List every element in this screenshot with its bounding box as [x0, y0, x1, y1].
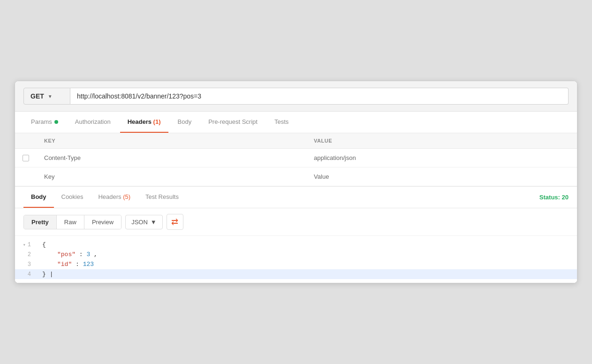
- tab-headers-label: Headers (1): [128, 118, 161, 125]
- tab-pre-request-script[interactable]: Pre-request Script: [201, 112, 265, 133]
- table-row: Content-Type application/json: [15, 149, 577, 167]
- pretty-button[interactable]: Pretty: [24, 215, 57, 229]
- headers-table-wrap: KEY VALUE Content-Type application/json: [15, 133, 577, 186]
- preview-button[interactable]: Preview: [84, 215, 121, 229]
- headers-count: (1): [153, 118, 161, 125]
- col-key-header: KEY: [37, 133, 306, 149]
- lang-selector[interactable]: JSON ▼: [125, 215, 163, 229]
- col-value-header: VALUE: [306, 133, 577, 149]
- row2-value-cell[interactable]: Value: [306, 167, 577, 186]
- resp-tab-test-label: Test Results: [145, 193, 179, 200]
- method-selector[interactable]: GET ▼: [23, 88, 70, 105]
- code-line-3: 3 "id" : 123: [15, 259, 577, 269]
- line-num-1: ▾ 1: [15, 242, 38, 248]
- row1-value-cell[interactable]: application/json: [306, 149, 577, 167]
- row1-checkbox[interactable]: [23, 155, 29, 161]
- code-line-4: 4 } |: [15, 269, 577, 279]
- code-content-2: "pos" : 3 ,: [38, 251, 577, 258]
- row2-key-cell[interactable]: Key: [37, 167, 306, 186]
- body-toolbar: Pretty Raw Preview JSON ▼ ⇄: [15, 208, 577, 236]
- resp-tab-cookies[interactable]: Cookies: [54, 187, 91, 208]
- tab-body[interactable]: Body: [170, 112, 199, 133]
- tab-params[interactable]: Params: [23, 112, 66, 133]
- response-tabs: Body Cookies Headers (5) Test Results St…: [15, 187, 577, 208]
- postman-window: GET ▼ Params Authorization Headers (1) B…: [15, 81, 577, 283]
- wrap-button[interactable]: ⇄: [167, 214, 183, 230]
- tab-authorization-label: Authorization: [75, 118, 111, 125]
- chevron-down-icon: ▼: [151, 219, 157, 226]
- lang-label: JSON: [131, 219, 148, 226]
- code-line-2: 2 "pos" : 3 ,: [15, 250, 577, 259]
- line-num-2: 2: [15, 251, 38, 258]
- resp-tab-body-label: Body: [31, 193, 46, 200]
- url-input[interactable]: [70, 88, 569, 105]
- tab-body-label: Body: [178, 118, 192, 125]
- line-num-4: 4: [15, 271, 38, 278]
- tab-tests[interactable]: Tests: [267, 112, 296, 133]
- url-bar: GET ▼: [15, 81, 577, 112]
- tab-authorization[interactable]: Authorization: [68, 112, 118, 133]
- row1-key-cell[interactable]: Content-Type: [37, 149, 306, 167]
- status-text: Status: 20: [539, 194, 569, 201]
- tab-params-label: Params: [31, 118, 52, 125]
- status-label: Status:: [539, 194, 562, 201]
- method-label: GET: [30, 92, 44, 100]
- status-value: 20: [562, 194, 569, 201]
- resp-headers-count: (5): [123, 193, 130, 200]
- tab-headers[interactable]: Headers (1): [120, 112, 168, 133]
- code-area: ▾ 1 { 2 "pos" : 3 ,: [15, 236, 577, 283]
- params-dot: [54, 120, 58, 124]
- headers-table: KEY VALUE Content-Type application/json: [15, 133, 577, 186]
- code-content-3: "id" : 123: [38, 261, 577, 268]
- code-content-1: {: [38, 241, 577, 248]
- col-check-header: [15, 133, 37, 149]
- format-btn-group: Pretty Raw Preview: [23, 215, 121, 229]
- row1-checkbox-cell: [23, 155, 29, 161]
- resp-tab-headers[interactable]: Headers (5): [91, 187, 138, 208]
- resp-tab-cookies-label: Cookies: [61, 193, 83, 200]
- line-num-3: 3: [15, 261, 38, 268]
- code-line-1: ▾ 1 {: [15, 240, 577, 250]
- resp-tab-headers-label: Headers (5): [98, 193, 130, 200]
- wrap-icon: ⇄: [171, 217, 178, 227]
- chevron-down-icon: ▼: [48, 94, 53, 99]
- resp-tab-test-results[interactable]: Test Results: [138, 187, 186, 208]
- response-section: Body Cookies Headers (5) Test Results St…: [15, 186, 577, 283]
- resp-tab-body[interactable]: Body: [23, 187, 54, 208]
- line-toggle-1[interactable]: ▾: [23, 242, 26, 248]
- tab-tests-label: Tests: [274, 118, 288, 125]
- table-row: Key Value: [15, 167, 577, 186]
- raw-button[interactable]: Raw: [57, 215, 84, 229]
- tab-pre-request-label: Pre-request Script: [208, 118, 258, 125]
- code-content-4: } |: [38, 271, 577, 278]
- request-tabs: Params Authorization Headers (1) Body Pr…: [15, 112, 577, 133]
